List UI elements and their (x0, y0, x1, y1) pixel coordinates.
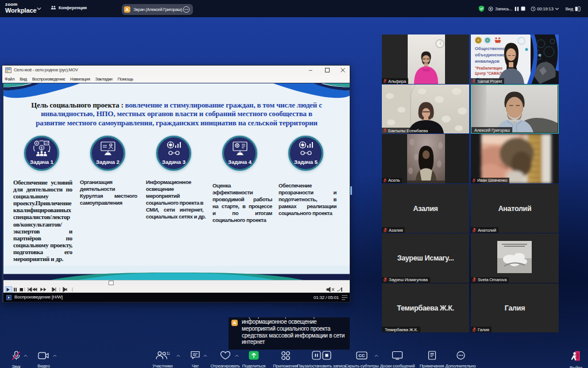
svg-text:Общественное: Общественное (475, 46, 508, 51)
svg-text:$: $ (40, 146, 42, 150)
svg-text:"Реабилитацио: "Реабилитацио (475, 66, 502, 71)
svg-text:CC: CC (358, 353, 365, 358)
svg-text:12: 12 (167, 351, 170, 356)
svg-text:объединение: объединение (475, 52, 505, 57)
svg-text:Центр "САМАЛ: Центр "САМАЛ (475, 71, 502, 76)
svg-text:инвалидов: инвалидов (475, 59, 500, 64)
